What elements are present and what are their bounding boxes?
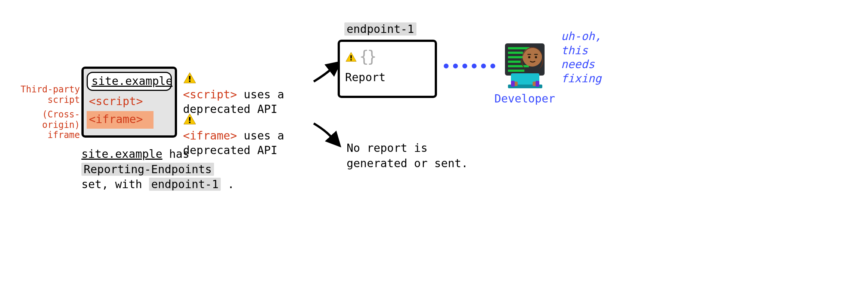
dotted-connector <box>444 64 495 68</box>
warning-script: <script> uses a deprecated API <box>183 72 332 117</box>
svg-rect-14 <box>527 54 531 55</box>
warning-icon <box>183 72 196 84</box>
caption-setwith: set, with <box>81 178 149 191</box>
svg-rect-15 <box>534 54 538 55</box>
svg-rect-10 <box>508 61 521 63</box>
label-thirdparty-1: Third-party <box>21 84 80 95</box>
quote-line-3: needs <box>561 57 613 71</box>
caption-endpoint-hl: endpoint-1 <box>149 178 221 191</box>
braces-icon: {} <box>359 46 375 68</box>
label-iframe-2: iframe <box>47 130 80 140</box>
caption-period: . <box>221 178 234 191</box>
no-report-text: No report is generated or sent. <box>347 141 481 171</box>
warning-script-tag: <script> <box>183 88 237 101</box>
script-tag-row: <script> <box>87 93 172 110</box>
svg-rect-7 <box>508 47 530 49</box>
warning-iframe: <iframe> uses a deprecated API <box>183 113 332 158</box>
quote-line-1: uh-oh, <box>561 29 613 43</box>
developer-quote: uh-oh, this needs fixing <box>561 29 613 85</box>
svg-rect-1 <box>189 80 190 82</box>
browser-side-labels: Third-party script (Cross-origin) iframe <box>5 85 80 145</box>
developer-icon <box>497 37 553 89</box>
site-browser-window: Third-party script (Cross-origin) iframe… <box>81 67 177 138</box>
report-label: Report <box>345 70 430 85</box>
svg-rect-0 <box>189 76 190 80</box>
quote-line-4: fixing <box>561 71 613 86</box>
svg-rect-2 <box>189 117 190 121</box>
warning-icon <box>183 113 196 125</box>
svg-point-17 <box>535 56 537 58</box>
svg-rect-11 <box>508 65 529 67</box>
svg-rect-8 <box>508 52 523 54</box>
url-bar: site.example <box>87 72 172 91</box>
svg-rect-5 <box>350 59 352 61</box>
endpoint-label-text: endpoint-1 <box>344 22 416 36</box>
svg-rect-12 <box>508 70 524 72</box>
endpoint-label: endpoint-1 <box>344 22 416 37</box>
quote-line-2: this <box>561 43 613 58</box>
label-thirdparty-2: script <box>47 95 80 105</box>
svg-rect-23 <box>536 81 539 87</box>
developer-label: Developer <box>489 91 560 107</box>
caption-site-url: site.example <box>81 147 162 160</box>
warning-iframe-tag: <iframe> <box>183 129 237 142</box>
url-text: site.example <box>92 74 173 88</box>
svg-rect-3 <box>189 122 190 123</box>
endpoint-box: {} Report <box>338 40 437 98</box>
caption-header-hl: Reporting-Endpoints <box>81 163 214 176</box>
svg-rect-22 <box>511 81 515 87</box>
svg-rect-4 <box>350 55 352 59</box>
iframe-tag-box: <iframe> <box>87 111 154 129</box>
developer-avatar: Developer <box>489 37 560 107</box>
warning-icon <box>345 52 357 62</box>
svg-point-16 <box>528 56 530 58</box>
label-iframe-1: (Cross-origin) <box>42 109 80 130</box>
